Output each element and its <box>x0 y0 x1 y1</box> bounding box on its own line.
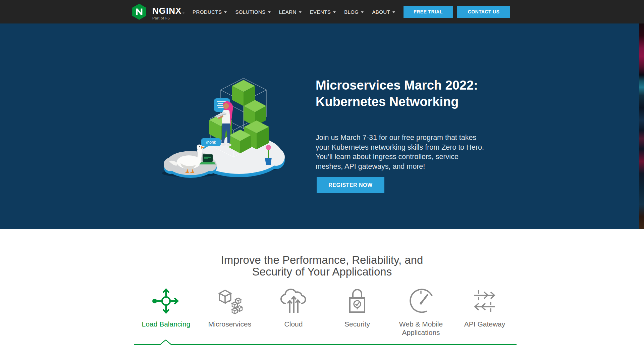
feature-tab-microservices[interactable]: Microservices <box>198 285 262 337</box>
honk-bubble-text: /honk <box>206 140 216 145</box>
chevron-down-icon <box>299 11 302 13</box>
nav-item-blog[interactable]: BLOG <box>344 9 364 15</box>
active-tab-caret <box>159 340 172 345</box>
hero-carousel-slide: /honk Microservices March 2022: Kubernet… <box>0 23 644 229</box>
contact-us-button[interactable]: CONTACT US <box>457 6 510 18</box>
nginx-homepage: NGINX ® Part of F5 PRODUCTS SOLUTIONS LE… <box>0 0 644 349</box>
nav-item-about[interactable]: ABOUT <box>372 9 395 15</box>
chevron-down-icon <box>333 11 336 13</box>
chevron-down-icon <box>361 11 364 13</box>
security-icon <box>342 286 372 316</box>
feature-label: Cloud <box>284 320 303 328</box>
feature-label: Microservices <box>208 320 251 328</box>
nav-item-events[interactable]: EVENTS <box>310 9 336 15</box>
hero-description: Join us March 7-31 for our free program … <box>316 133 484 171</box>
feature-tabs: Load Balancing <box>134 285 517 337</box>
web-mobile-icon <box>406 286 436 316</box>
chevron-down-icon <box>268 11 271 13</box>
main-nav: PRODUCTS SOLUTIONS LEARN EVENTS BLOG ABO… <box>193 0 412 23</box>
features-heading: Improve the Performance, Reliability, an… <box>0 229 644 278</box>
feature-tab-cloud[interactable]: Cloud <box>262 285 325 337</box>
load-balancing-icon <box>151 286 181 316</box>
registered-mark: ® <box>182 11 184 14</box>
brand-tagline: Part of F5 <box>152 16 184 20</box>
active-tab-divider <box>134 344 517 345</box>
nav-item-learn[interactable]: LEARN <box>279 9 302 15</box>
cloud-icon <box>278 286 309 316</box>
chevron-down-icon <box>224 11 227 13</box>
feature-tab-web-mobile[interactable]: Web & Mobile Applications <box>389 285 453 337</box>
nav-item-solutions[interactable]: SOLUTIONS <box>235 9 270 15</box>
hero-title: Microservices March 2022: Kubernetes Net… <box>316 77 478 110</box>
api-gateway-icon <box>470 286 500 316</box>
next-slide-peek[interactable] <box>639 23 644 229</box>
hero-illustration: /honk <box>160 66 288 182</box>
microservices-icon <box>215 286 245 316</box>
nginx-logo[interactable]: NGINX ® Part of F5 <box>132 4 184 20</box>
register-now-button[interactable]: REGISTER NOW <box>317 177 384 193</box>
feature-tab-load-balancing[interactable]: Load Balancing <box>134 285 198 337</box>
feature-label: Security <box>344 320 370 328</box>
brand-wordmark: NGINX <box>152 6 181 15</box>
chevron-down-icon <box>392 11 395 13</box>
feature-label: Load Balancing <box>142 320 191 328</box>
feature-label: Web & Mobile Applications <box>392 320 449 337</box>
free-trial-button[interactable]: FREE TRIAL <box>404 6 453 18</box>
feature-label: API Gateway <box>464 320 505 328</box>
nav-item-products[interactable]: PRODUCTS <box>193 9 227 15</box>
nginx-hexagon-icon <box>132 4 146 20</box>
top-navbar: NGINX ® Part of F5 PRODUCTS SOLUTIONS LE… <box>0 0 644 23</box>
feature-tab-api-gateway[interactable]: API Gateway <box>453 285 517 337</box>
features-section: Improve the Performance, Reliability, an… <box>0 229 644 349</box>
feature-tab-security[interactable]: Security <box>325 285 389 337</box>
